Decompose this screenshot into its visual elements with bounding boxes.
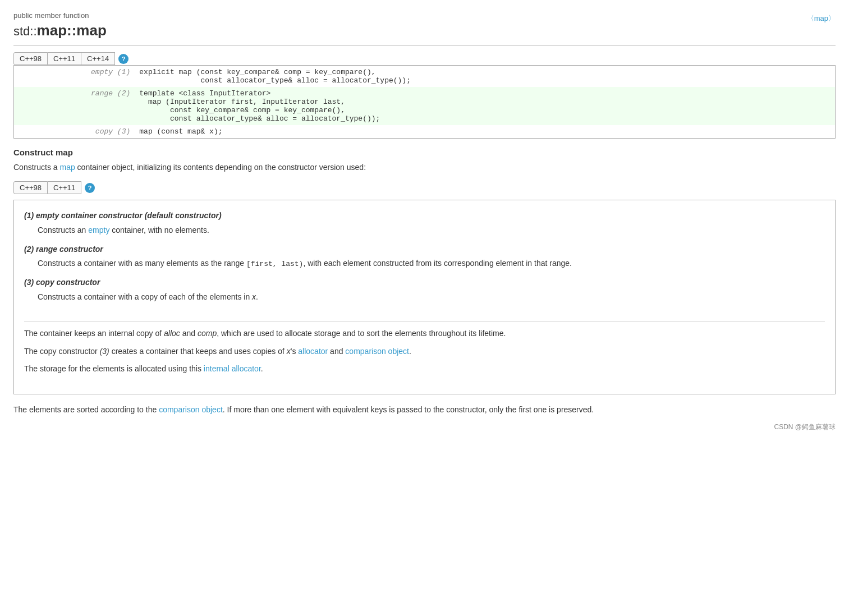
page-container: public member function std::map::map 〈ma… bbox=[13, 11, 836, 432]
function-name: map::map bbox=[37, 22, 107, 39]
box-divider bbox=[24, 321, 825, 321]
tab-cpp98-1[interactable]: C++98 bbox=[13, 52, 48, 65]
final-note: The elements are sorted according to the… bbox=[13, 403, 836, 417]
function-title: std::map::map bbox=[13, 22, 107, 39]
row-label-empty: empty (1) bbox=[14, 66, 135, 87]
description-box: (1) empty container constructor (default… bbox=[13, 200, 836, 394]
version-tabs-2: C++98 C++11 ? bbox=[13, 181, 836, 194]
note-3: The storage for the elements is allocate… bbox=[24, 362, 825, 380]
map-link-desc[interactable]: map bbox=[59, 163, 75, 172]
table-row: empty (1) explicit map (const key_compar… bbox=[14, 66, 835, 87]
code-table-wrapper: empty (1) explicit map (const key_compar… bbox=[13, 65, 836, 139]
allocator-link[interactable]: allocator bbox=[298, 347, 328, 356]
footer-credit: CSDN @鳄鱼麻薯球 bbox=[13, 422, 836, 432]
internal-allocator-link[interactable]: internal allocator bbox=[204, 364, 261, 373]
main-divider bbox=[13, 45, 836, 45]
tab-cpp11-2[interactable]: C++11 bbox=[48, 181, 81, 194]
version-tabs-1: C++98 C++11 C++14 ? bbox=[13, 52, 836, 65]
desc-title-2: (2) range constructor bbox=[24, 243, 825, 256]
help-icon-1[interactable]: ? bbox=[118, 54, 129, 64]
tab-cpp98-2[interactable]: C++98 bbox=[13, 181, 48, 194]
note-2: The copy constructor (3) creates a conta… bbox=[24, 345, 825, 358]
code-table: empty (1) explicit map (const key_compar… bbox=[14, 66, 835, 138]
code-cell-range: template <class InputIterator> map (Inpu… bbox=[135, 87, 835, 125]
comparison-object-link-2[interactable]: comparison object bbox=[159, 405, 223, 414]
desc-title-3: (3) copy constructor bbox=[24, 276, 825, 289]
map-tag: 〈map〉 bbox=[807, 13, 836, 24]
namespace-text: std:: bbox=[13, 24, 37, 38]
note-1: The container keeps an internal copy of … bbox=[24, 327, 825, 341]
help-icon-2[interactable]: ? bbox=[85, 183, 95, 193]
desc-title-1: (1) empty container constructor (default… bbox=[24, 209, 825, 223]
table-row: copy (3) map (const map& x); bbox=[14, 125, 835, 138]
code-cell-empty: explicit map (const key_compare& comp = … bbox=[135, 66, 835, 87]
empty-link[interactable]: empty bbox=[88, 226, 109, 235]
comparison-object-link-1[interactable]: comparison object bbox=[345, 347, 409, 356]
tab-cpp11-1[interactable]: C++11 bbox=[48, 52, 81, 65]
section-desc: Constructs a map container object, initi… bbox=[13, 162, 836, 173]
tab-cpp14-1[interactable]: C++14 bbox=[81, 52, 115, 65]
desc-body-2: Constructs a container with as many elem… bbox=[38, 257, 825, 270]
table-row: range (2) template <class InputIterator>… bbox=[14, 87, 835, 125]
desc-body-3: Constructs a container with a copy of ea… bbox=[38, 291, 825, 304]
code-cell-copy: map (const map& x); bbox=[135, 125, 835, 138]
desc-body-1: Constructs an empty container, with no e… bbox=[38, 224, 825, 237]
member-type-label: public member function bbox=[13, 11, 107, 20]
section-title: Construct map bbox=[13, 148, 836, 157]
row-label-range: range (2) bbox=[14, 87, 135, 125]
row-label-copy: copy (3) bbox=[14, 125, 135, 138]
